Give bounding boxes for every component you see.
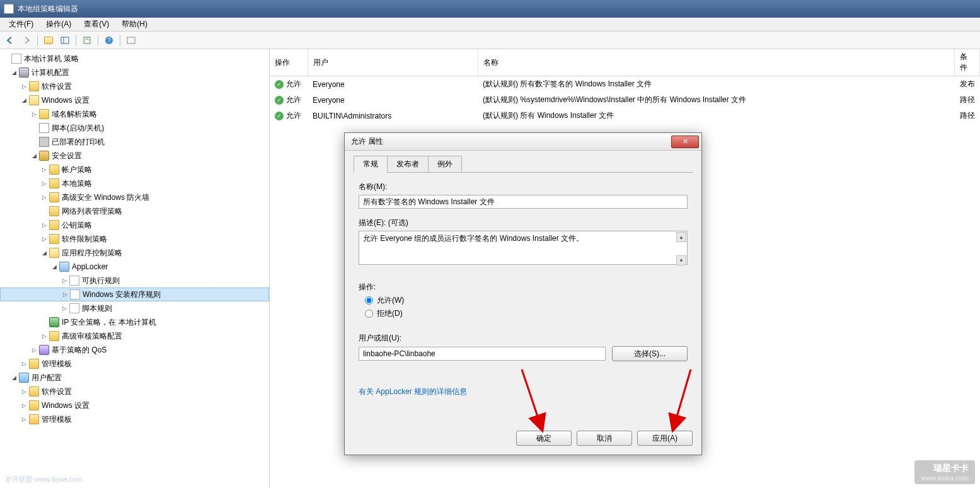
tree-security-settings[interactable]: ◢安全设置: [0, 149, 269, 163]
tree-public-key[interactable]: ▷公钥策略: [0, 218, 269, 232]
expander-icon[interactable]: ◢: [40, 249, 48, 257]
expander-icon[interactable]: ▷: [40, 194, 48, 201]
up-button[interactable]: [41, 33, 56, 47]
desc-input[interactable]: [359, 231, 688, 265]
tree-advanced-firewall[interactable]: ▷高级安全 Windows 防火墙: [0, 190, 269, 204]
tree-network-list[interactable]: 网络列表管理策略: [0, 204, 269, 218]
more-info-link[interactable]: 有关 AppLocker 规则的详细信息: [359, 387, 467, 396]
tree-user-admin-templates[interactable]: ▷管理模板: [0, 412, 269, 426]
scroll-up-icon[interactable]: ▲: [676, 232, 686, 242]
table-row[interactable]: ✓允许BUILTIN\Administrators(默认规则) 所有 Windo…: [270, 108, 980, 124]
tree-label: 可执行规则: [82, 276, 120, 286]
tree-software-settings[interactable]: ▷软件设置: [0, 79, 269, 93]
expander-icon[interactable]: ▷: [40, 166, 48, 173]
allow-icon: ✓: [275, 112, 284, 120]
select-button[interactable]: 选择(S)...: [612, 346, 688, 361]
tree-label: Windows 设置: [42, 400, 89, 411]
tree-installer-rules[interactable]: ▷Windows 安装程序规则: [0, 288, 269, 301]
radio-allow[interactable]: [365, 296, 373, 305]
expander-icon[interactable]: ▷: [40, 235, 48, 243]
allow-icon: ✓: [275, 96, 284, 105]
apply-button[interactable]: 应用(A): [637, 431, 693, 446]
expander-icon[interactable]: ▷: [20, 402, 28, 409]
expander-icon[interactable]: ◢: [50, 263, 58, 270]
tree-applocker[interactable]: ◢AppLocker: [0, 260, 269, 274]
tab-publisher[interactable]: 发布者: [387, 156, 429, 172]
table-row[interactable]: ✓允许Everyone(默认规则) 所有数字签名的 Windows Instal…: [270, 76, 980, 93]
table-row[interactable]: ✓允许Everyone(默认规则) %systemdrive%\Windows\…: [270, 92, 980, 108]
tree-account-policies[interactable]: ▷帐户策略: [0, 163, 269, 177]
tree-software-restriction[interactable]: ▷软件限制策略: [0, 232, 269, 246]
forward-button[interactable]: [19, 33, 34, 47]
scroll-down-icon[interactable]: ▼: [676, 255, 686, 265]
tree-policy-qos[interactable]: ▷基于策略的 QoS: [0, 343, 269, 357]
watermark-right-top: 瑞星卡卡: [921, 463, 969, 474]
menu-action[interactable]: 操作(A): [40, 18, 78, 31]
col-action[interactable]: 操作: [270, 49, 308, 76]
folder-icon: [29, 414, 39, 424]
tree-ip-security[interactable]: IP 安全策略，在 本地计算机: [0, 315, 269, 329]
menu-help[interactable]: 帮助(H): [115, 18, 154, 31]
console-tree[interactable]: 本地计算机 策略 ◢计算机配置 ▷软件设置 ◢Windows 设置 ▷域名解析策…: [0, 49, 270, 488]
watermark-right: 瑞星卡卡 www.ikaka.com: [914, 460, 975, 484]
menu-view[interactable]: 查看(V): [78, 18, 115, 31]
tree-user-windows[interactable]: ▷Windows 设置: [0, 398, 269, 412]
tree-label: 本地计算机 策略: [24, 54, 79, 64]
filter-button[interactable]: [124, 33, 139, 47]
expander-icon[interactable]: ◢: [10, 69, 18, 76]
tree-label: AppLocker: [72, 262, 108, 271]
user-label: 用户或组(U):: [359, 333, 688, 344]
show-hide-tree-button[interactable]: [57, 33, 72, 47]
tree-executable-rules[interactable]: ▷可执行规则: [0, 274, 269, 288]
expander-icon[interactable]: ▷: [20, 415, 28, 423]
export-button[interactable]: [79, 33, 95, 47]
tree-local-policies[interactable]: ▷本地策略: [0, 177, 269, 190]
tab-exceptions[interactable]: 例外: [428, 156, 462, 172]
expander-icon[interactable]: ▷: [40, 180, 48, 187]
close-button[interactable]: ✕: [671, 136, 699, 148]
tree-label: 管理模板: [42, 359, 72, 369]
expander-icon[interactable]: ▷: [40, 332, 48, 340]
name-label: 名称(M):: [359, 182, 688, 192]
tab-general[interactable]: 常规: [354, 156, 388, 173]
tree-label: 应用程序控制策略: [62, 248, 122, 259]
expander-icon[interactable]: ▷: [20, 83, 28, 90]
expander-icon[interactable]: ▷: [40, 221, 48, 229]
printer-icon: [39, 137, 49, 147]
expander-icon[interactable]: ◢: [20, 96, 28, 104]
name-input[interactable]: [359, 195, 688, 209]
expander-icon[interactable]: ▷: [30, 346, 38, 354]
user-input[interactable]: [359, 347, 606, 361]
expander-icon[interactable]: ▷: [20, 360, 28, 368]
cancel-button[interactable]: 取消: [577, 431, 632, 446]
radio-deny[interactable]: [365, 310, 373, 318]
back-button[interactable]: [3, 33, 18, 47]
tree-app-control[interactable]: ◢应用程序控制策略: [0, 246, 269, 260]
expander-icon[interactable]: ▷: [20, 388, 28, 395]
tree-user-software[interactable]: ▷软件设置: [0, 385, 269, 398]
expander-icon[interactable]: ▷: [61, 305, 68, 312]
menu-file[interactable]: 文件(F): [3, 18, 40, 31]
tree-advanced-audit[interactable]: ▷高级审核策略配置: [0, 329, 269, 343]
tree-name-resolution[interactable]: ▷域名解析策略: [0, 107, 269, 121]
expander-icon[interactable]: ▷: [30, 110, 38, 118]
tree-computer-config[interactable]: ◢计算机配置: [0, 66, 269, 79]
expander-icon[interactable]: ▷: [61, 291, 69, 298]
tree-scripts[interactable]: 脚本(启动/关机): [0, 121, 269, 135]
tree-admin-templates[interactable]: ▷管理模板: [0, 357, 269, 371]
tree-windows-settings[interactable]: ◢Windows 设置: [0, 93, 269, 107]
expander-icon[interactable]: ▷: [61, 277, 68, 284]
dialog-titlebar[interactable]: 允许 属性 ✕: [345, 133, 701, 151]
col-condition[interactable]: 条件: [955, 49, 980, 76]
tree-user-config[interactable]: ◢用户配置: [0, 371, 269, 385]
col-user[interactable]: 用户: [308, 49, 478, 76]
help-button[interactable]: ?: [101, 33, 117, 47]
expander-icon[interactable]: ◢: [10, 374, 18, 381]
col-name[interactable]: 名称: [478, 49, 955, 76]
tree-script-rules[interactable]: ▷脚本规则: [0, 301, 269, 315]
tree-root[interactable]: 本地计算机 策略: [0, 52, 269, 66]
tree-printers[interactable]: 已部署的打印机: [0, 135, 269, 149]
expander-icon[interactable]: ◢: [30, 152, 38, 160]
rules-icon: [69, 276, 79, 286]
ok-button[interactable]: 确定: [516, 431, 572, 446]
